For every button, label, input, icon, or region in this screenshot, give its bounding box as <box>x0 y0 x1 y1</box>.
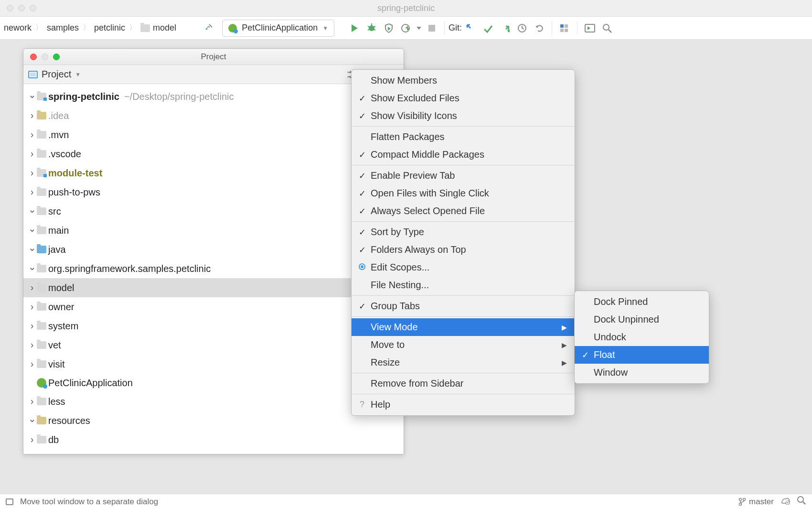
tree-arrow-icon[interactable] <box>27 221 37 240</box>
tree-row[interactable]: org.springframework.samples.petclinic <box>23 259 404 278</box>
tree-row[interactable]: java <box>23 240 404 259</box>
tree-node-label: main <box>48 221 69 239</box>
tree-row[interactable]: model <box>23 278 404 297</box>
menu-item[interactable]: Dock Unpinned <box>575 311 709 328</box>
menu-item[interactable]: ?Help <box>352 396 575 413</box>
tree-arrow-icon[interactable] <box>27 297 37 316</box>
svg-point-0 <box>369 25 374 31</box>
tool-window-toggle-icon[interactable] <box>6 498 13 505</box>
tree-arrow-icon[interactable] <box>27 125 37 144</box>
menu-item[interactable]: Flatten Packages <box>352 128 575 146</box>
profile-button[interactable] <box>397 20 415 37</box>
tree-arrow-icon[interactable] <box>27 87 37 106</box>
tree-row[interactable]: less <box>23 392 404 411</box>
git-history-button[interactable] <box>513 20 531 37</box>
breadcrumb-item[interactable]: petclinic <box>94 23 125 33</box>
tree-arrow-icon[interactable] <box>27 355 37 374</box>
menu-item[interactable]: ✓Compact Middle Packages <box>352 146 575 163</box>
svg-point-22 <box>798 497 803 502</box>
menu-item[interactable]: Move to▶ <box>352 336 575 354</box>
tree-arrow-icon[interactable] <box>27 316 37 336</box>
tree-arrow-icon[interactable] <box>27 278 37 297</box>
tree-row[interactable]: system <box>23 316 404 336</box>
menu-item[interactable]: ✓Open Files with Single Click <box>352 184 575 202</box>
tree-row[interactable]: push-to-pws <box>23 183 404 202</box>
run-anything-button[interactable] <box>581 20 598 37</box>
breadcrumb: nework 〉 samples 〉 petclinic 〉 model <box>4 23 176 33</box>
svg-point-18 <box>743 498 746 500</box>
menu-item[interactable]: ✓Enable Preview Tab <box>352 167 575 184</box>
git-pull-button[interactable] <box>462 20 479 37</box>
menu-item[interactable]: Undock <box>575 328 709 346</box>
menu-item-label: Enable Preview Tab <box>371 170 567 181</box>
git-commit-button[interactable] <box>479 20 496 37</box>
menu-item[interactable]: ✓Sort by Type <box>352 223 575 241</box>
tree-row[interactable]: main <box>23 221 404 240</box>
menu-item[interactable]: Remove from Sidebar <box>352 375 575 392</box>
run-more-button[interactable] <box>415 20 423 37</box>
project-tree[interactable]: spring-petclinic~/Desktop/spring-petclin… <box>23 84 404 454</box>
tree-row[interactable]: .mvn <box>23 125 404 144</box>
git-rollback-button[interactable] <box>531 20 548 37</box>
menu-item[interactable]: ✓Float <box>575 346 709 364</box>
tree-row[interactable]: db <box>23 430 404 449</box>
tree-arrow-icon[interactable] <box>27 183 37 202</box>
project-panel-title: Project <box>23 52 404 62</box>
tree-arrow-icon[interactable] <box>27 240 37 259</box>
menu-item[interactable]: ✓Always Select Opened File <box>352 202 575 220</box>
tree-row[interactable]: resources <box>23 411 404 430</box>
tree-row[interactable]: .vscode <box>23 144 404 163</box>
menu-item[interactable]: Dock Pinned <box>575 293 709 311</box>
menu-item[interactable]: Show Members <box>352 72 575 89</box>
tree-arrow-icon[interactable] <box>27 202 37 221</box>
tree-row[interactable]: owner <box>23 297 404 316</box>
search-everywhere-button[interactable] <box>598 20 616 37</box>
svg-line-15 <box>609 30 611 32</box>
git-push-button[interactable] <box>496 20 513 37</box>
project-settings-menu: Show Members✓Show Excluded Files✓Show Vi… <box>351 69 575 416</box>
tree-row[interactable]: src <box>23 202 404 221</box>
tree-arrow-icon[interactable] <box>27 259 37 278</box>
menu-item[interactable]: Edit Scopes... <box>352 259 575 276</box>
run-coverage-button[interactable] <box>380 20 397 37</box>
git-branch-indicator[interactable]: master <box>738 497 774 507</box>
project-view-selector[interactable]: Project ▼ <box>28 69 81 80</box>
tree-row[interactable]: visit <box>23 355 404 374</box>
run-button[interactable] <box>346 20 363 37</box>
menu-item[interactable]: ✓Folders Always on Top <box>352 241 575 259</box>
menu-item[interactable]: Resize▶ <box>352 354 575 371</box>
breadcrumb-item[interactable]: samples <box>47 23 79 33</box>
run-config-selector[interactable]: PetClinicApplication ▼ <box>222 20 334 37</box>
tree-arrow-icon[interactable] <box>27 411 37 430</box>
tree-node-label: PetClinicApplication <box>48 374 133 392</box>
svg-rect-9 <box>560 24 564 28</box>
tree-row[interactable]: spring-petclinic~/Desktop/spring-petclin… <box>23 87 404 106</box>
inspection-lens-icon[interactable] <box>797 496 806 508</box>
menu-item-check: ✓ <box>355 206 369 217</box>
menu-item[interactable]: File Nesting... <box>352 276 575 294</box>
tree-arrow-icon[interactable] <box>27 163 37 183</box>
tree-arrow-icon[interactable] <box>27 392 37 411</box>
debug-button[interactable] <box>363 20 380 37</box>
tree-row[interactable]: vet <box>23 336 404 355</box>
tree-arrow-icon[interactable] <box>27 106 37 125</box>
menu-item[interactable]: Window <box>575 364 709 381</box>
project-panel-titlebar[interactable]: Project <box>23 49 404 65</box>
build-button[interactable] <box>200 20 217 37</box>
stop-button[interactable] <box>423 20 440 37</box>
breadcrumb-item[interactable]: nework <box>4 23 32 33</box>
menu-item-check: ✓ <box>355 111 369 121</box>
tree-arrow-icon[interactable] <box>27 144 37 163</box>
tree-row[interactable]: PetClinicApplication <box>23 374 404 392</box>
menu-item[interactable]: View Mode▶ <box>352 318 575 336</box>
tree-arrow-icon[interactable] <box>27 430 37 449</box>
project-structure-button[interactable] <box>556 20 573 37</box>
tree-arrow-icon[interactable] <box>27 336 37 355</box>
tree-row[interactable]: module-test <box>23 163 404 183</box>
menu-item[interactable]: ✓Group Tabs <box>352 297 575 315</box>
breadcrumb-item[interactable]: model <box>140 23 176 33</box>
background-tasks-icon[interactable] <box>780 496 790 507</box>
menu-item[interactable]: ✓Show Excluded Files <box>352 89 575 107</box>
menu-item[interactable]: ✓Show Visibility Icons <box>352 107 575 125</box>
tree-row[interactable]: .idea <box>23 106 404 125</box>
